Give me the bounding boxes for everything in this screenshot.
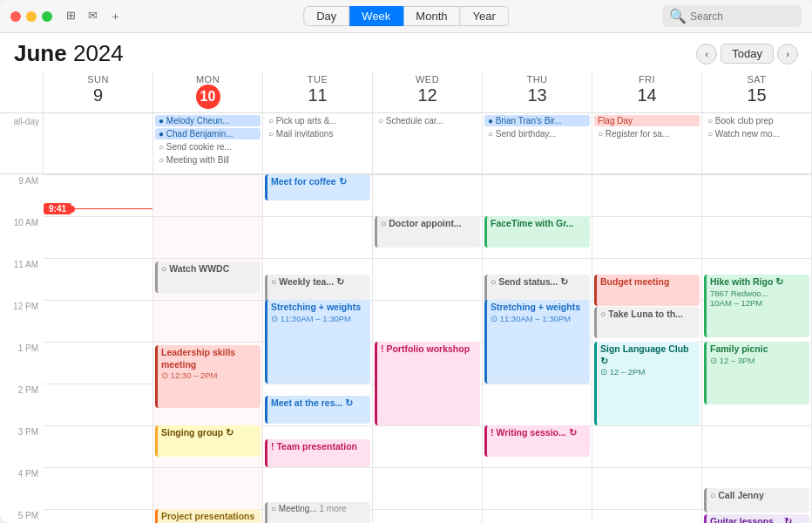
event-sign-language[interactable]: Sign Language Club ↻ ⊙ 12 – 2PM — [594, 342, 700, 425]
search-box[interactable]: 🔍 — [662, 5, 802, 27]
allday-label: all-day — [0, 113, 44, 173]
today-button[interactable]: Today — [721, 44, 774, 64]
allday-event[interactable]: ○ Register for sa... — [594, 128, 700, 139]
event-send-status[interactable]: ○ Send status... ↻ — [484, 275, 590, 302]
time-label-2pm: 2 PM — [0, 384, 44, 425]
allday-event[interactable]: ○ Watch new mo... — [704, 128, 809, 139]
sidebar-icon[interactable]: ⊞ — [66, 9, 76, 24]
day-header-wed: WED 12 — [373, 71, 483, 112]
search-input[interactable] — [690, 10, 795, 23]
allday-sat: ○ Book club prep ○ Watch new mo... — [702, 113, 812, 173]
nav-year[interactable]: Year — [460, 6, 508, 26]
maximize-button[interactable] — [42, 11, 52, 22]
time-label-4pm: 4 PM — [0, 467, 44, 509]
time-label-9am: 9 AM — [0, 174, 44, 216]
event-budget[interactable]: Budget meeting — [594, 275, 700, 306]
day-header-fri: FRI 14 — [592, 71, 702, 112]
day-col-fri: Budget meeting ○ Take Luna to th... Sign… — [592, 174, 702, 523]
event-coffee[interactable]: Meet for coffee ↻ — [265, 174, 370, 200]
day-header-mon: MON 10 — [153, 71, 263, 112]
allday-event[interactable]: ○ Mail invitations — [265, 128, 370, 139]
allday-thu: ● Brian Tran's Bir... ○ Send birthday... — [483, 113, 592, 173]
day-header-tue: TUE 11 — [263, 71, 373, 112]
allday-fri: Flag Day ○ Register for sa... — [592, 113, 702, 173]
event-hike[interactable]: Hike with Rigo ↻ 7867 Redwoo... 10AM – 1… — [704, 275, 809, 337]
time-label-12pm: 12 PM — [0, 300, 44, 342]
time-grid-inner: 9 AM 10 AM 11 AM 12 PM 1 PM 2 PM 3 PM 4 … — [0, 174, 812, 523]
allday-event[interactable]: ○ Send birthday... — [484, 128, 590, 139]
event-doctor[interactable]: ○ Doctor appoint... — [375, 216, 480, 248]
allday-event[interactable]: ● Brian Tran's Bir... — [484, 115, 590, 126]
event-call-jenny[interactable]: ○ Call Jenny — [704, 488, 809, 513]
month-header: June 2024 ‹ Today › — [0, 33, 812, 71]
nav-day[interactable]: Day — [303, 6, 349, 26]
event-picnic[interactable]: Family picnic ⊙ 12 – 3PM — [704, 342, 809, 404]
allday-wed: ○ Schedule car... — [373, 113, 483, 173]
event-watch-wwdc[interactable]: ○ Watch WWDC — [155, 262, 261, 293]
event-writing[interactable]: ! Writing sessio... ↻ — [484, 425, 590, 457]
prev-button[interactable]: ‹ — [696, 44, 717, 65]
day-header-thu: THU 13 — [483, 71, 592, 112]
event-meet-res[interactable]: Meet at the res... ↻ — [265, 396, 370, 424]
event-guitar[interactable]: Guitar lessons... ↻ — [704, 514, 809, 523]
day-col-tue: Meet for coffee ↻ ○ Weekly tea... ↻ Stre… — [263, 174, 373, 523]
titlebar-icons: ⊞ ✉ ＋ — [66, 9, 121, 24]
day-col-sun: 9:41 — [44, 174, 153, 523]
event-facetime[interactable]: FaceTime with Gr... — [484, 216, 590, 248]
search-icon: 🔍 — [669, 8, 687, 24]
event-meeting-more[interactable]: ○ Meeting... 1 more — [265, 502, 370, 523]
day-col-thu: FaceTime with Gr... ○ Send status... ↻ S… — [483, 174, 592, 523]
time-grid: 9 AM 10 AM 11 AM 12 PM 1 PM 2 PM 3 PM 4 … — [0, 174, 812, 523]
allday-row: all-day ● Melody Cheun... ● Chad Benjami… — [0, 113, 812, 174]
allday-event[interactable]: ○ Schedule car... — [375, 115, 480, 126]
nav-month[interactable]: Month — [403, 6, 460, 26]
event-luna[interactable]: ○ Take Luna to th... — [594, 307, 700, 338]
day-headers: SUN 9 MON 10 TUE 11 WED 12 THU 13 FRI 14 — [0, 71, 812, 113]
time-label-11am: 11 AM — [0, 258, 44, 300]
view-switcher: Day Week Month Year — [303, 6, 509, 26]
allday-tue: ○ Pick up arts &... ○ Mail invitations — [263, 113, 373, 173]
event-portfolio[interactable]: ! Portfolio workshop — [375, 342, 480, 425]
month-title: June 2024 — [14, 40, 124, 67]
inbox-icon[interactable]: ✉ — [88, 9, 98, 24]
event-leadership[interactable]: Leadership skills meeting ⊙ 12:30 – 2PM — [155, 345, 261, 408]
event-singing[interactable]: Singing group ↻ — [155, 425, 261, 457]
day-col-sat: Hike with Rigo ↻ 7867 Redwoo... 10AM – 1… — [702, 174, 812, 523]
allday-event[interactable]: Flag Day — [594, 115, 700, 126]
minimize-button[interactable] — [26, 11, 37, 22]
day-col-mon: ○ Watch WWDC Leadership skills meeting ⊙… — [153, 174, 263, 523]
event-stretching-thu[interactable]: Stretching + weights ⊙ 11:30AM – 1:30PM — [484, 300, 590, 384]
allday-event[interactable]: ● Chad Benjamin... — [155, 128, 261, 139]
allday-event[interactable]: ● Melody Cheun... — [155, 115, 261, 126]
titlebar: ⊞ ✉ ＋ Day Week Month Year 🔍 — [0, 0, 812, 33]
event-weekly-tea[interactable]: ○ Weekly tea... ↻ — [265, 275, 370, 302]
day-header-sun: SUN 9 — [44, 71, 153, 112]
event-project[interactable]: Project presentations ⊙ 5 – 7PM — [155, 509, 261, 523]
allday-mon: ● Melody Cheun... ● Chad Benjamin... ○ S… — [153, 113, 263, 173]
navigation-group: ‹ Today › — [696, 44, 798, 65]
traffic-lights — [10, 11, 52, 22]
event-team-pres[interactable]: ! Team presentation — [265, 439, 370, 467]
allday-event[interactable]: ○ Meeting with Bill — [155, 154, 261, 166]
time-label-1pm: 1 PM — [0, 342, 44, 384]
next-button[interactable]: › — [777, 44, 798, 65]
close-button[interactable] — [10, 11, 21, 22]
time-labels: 9 AM 10 AM 11 AM 12 PM 1 PM 2 PM 3 PM 4 … — [0, 174, 44, 523]
calendar-container: SUN 9 MON 10 TUE 11 WED 12 THU 13 FRI 14 — [0, 71, 812, 523]
time-label-3pm: 3 PM — [0, 425, 44, 467]
add-icon[interactable]: ＋ — [110, 9, 121, 24]
allday-event[interactable]: ○ Book club prep — [704, 115, 809, 126]
time-label-5pm: 5 PM — [0, 509, 44, 523]
allday-event[interactable]: ○ Send cookie re... — [155, 141, 261, 153]
nav-week[interactable]: Week — [349, 6, 403, 26]
event-stretching-tue[interactable]: Stretching + weights ⊙ 11:30AM – 1:30PM — [265, 300, 370, 384]
allday-sun — [44, 113, 153, 173]
day-col-wed: ○ Doctor appoint... ! Portfolio workshop — [373, 174, 483, 523]
time-label-10am: 10 AM — [0, 216, 44, 258]
allday-event[interactable]: ○ Pick up arts &... — [265, 115, 370, 126]
day-header-sat: SAT 15 — [702, 71, 812, 112]
